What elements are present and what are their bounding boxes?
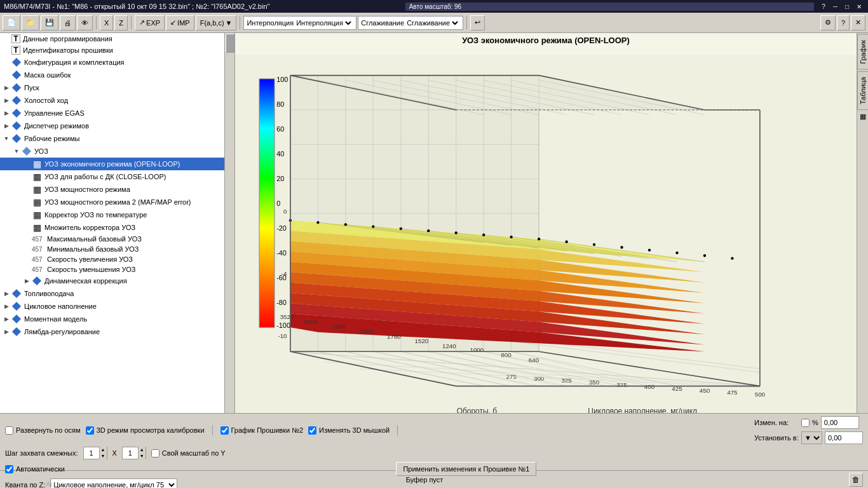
step-input-2[interactable] — [123, 449, 138, 457]
save-btn[interactable]: 💾 — [41, 15, 58, 30]
expand-egas[interactable]: ▶ — [3, 109, 10, 117]
close-btn-tb[interactable]: ✕ — [851, 15, 865, 30]
change-row: Измен. на: % — [754, 416, 863, 429]
graph-fw2-label[interactable]: График Прошивки №2 — [220, 426, 304, 435]
interpolation-dropdown[interactable]: Интерполяция Интерполяция — [243, 16, 356, 30]
expand-cyclic-fill[interactable]: ▶ — [3, 302, 10, 310]
change-3d-checkbox[interactable] — [308, 426, 316, 435]
sidebar-item-speed-dec-uoz[interactable]: 457Скорость уменьшения УОЗ — [0, 264, 234, 274]
mode-3d-label[interactable]: 3D режим просмотра калибровки — [86, 426, 205, 435]
sep3 — [240, 17, 240, 29]
expand-uoz-group[interactable]: ▼ — [13, 147, 20, 155]
expand-axes-checkbox[interactable] — [5, 426, 13, 435]
apply-btn[interactable]: Применить изменения к Прошивке №1 — [396, 462, 536, 476]
svg-point-70 — [372, 225, 374, 227]
expand-axes-label[interactable]: Развернуть по осям — [5, 426, 81, 435]
set-value-input[interactable] — [825, 431, 863, 444]
sidebar-item-config[interactable]: Конфигурация и комплектация — [0, 56, 234, 69]
sidebar-item-uoz-economy[interactable]: ▦УОЗ экономичного режима (OPEN-LOOP) — [0, 158, 234, 170]
fabc-btn[interactable]: F(a,b,c) ▼ — [196, 15, 237, 30]
t-icon-prog-data: T — [11, 34, 20, 43]
tab-table[interactable]: Таблица — [857, 71, 869, 110]
sidebar-item-uoz-power[interactable]: ▦УОЗ мощностного режима — [0, 183, 234, 196]
settings-btn[interactable]: ⚙ — [820, 15, 836, 30]
help-btn-tb[interactable]: ? — [837, 15, 850, 30]
sidebar-label-start: Пуск — [24, 84, 39, 92]
step-up-1[interactable]: ▲ — [100, 447, 107, 453]
main-area: TДанные программированияTИдентификаторы … — [0, 33, 868, 413]
sidebar-item-min-base-uoz[interactable]: 457Минимальный базовый УОЗ — [0, 244, 234, 254]
step-spin-1[interactable]: ▲ ▼ — [83, 447, 107, 459]
expand-dynamic-correction[interactable]: ▶ — [23, 277, 31, 285]
sidebar: TДанные программированияTИдентификаторы … — [0, 33, 235, 413]
maximize-btn[interactable]: □ — [843, 3, 851, 10]
step-down-2[interactable]: ▼ — [139, 453, 146, 459]
step-up-2[interactable]: ▲ — [139, 447, 146, 453]
change-percent-checkbox[interactable] — [801, 419, 810, 427]
mode-3d-checkbox[interactable] — [86, 426, 94, 435]
new-btn[interactable]: 📄 — [3, 15, 20, 30]
sidebar-item-mask-errors[interactable]: Маска ошибок — [0, 69, 234, 81]
sidebar-item-uoz-temp[interactable]: ▦Корректор УОЗ по температуре — [0, 208, 234, 221]
sidebar-item-uoz-mult[interactable]: ▦Множитель корректора УОЗ — [0, 221, 234, 234]
expand-fuel-supply[interactable]: ▶ — [3, 290, 10, 297]
sidebar-item-moment-model[interactable]: ▶Моментная модель — [0, 313, 234, 325]
help-btn[interactable]: ? — [819, 3, 828, 10]
sidebar-item-uoz-power2[interactable]: ▦УОЗ мощностного режима 2 (MAF/MAP error… — [0, 196, 234, 208]
view-btn[interactable]: 👁 — [77, 15, 93, 30]
open-btn[interactable]: 📁 — [22, 15, 39, 30]
sidebar-item-egas[interactable]: ▶Управление EGAS — [0, 107, 234, 119]
sidebar-item-fuel-supply[interactable]: ▶Топливоподача — [0, 287, 234, 300]
sidebar-label-prog-data: Данные программирования — [23, 35, 112, 43]
step-spin-2[interactable]: ▲ ▼ — [122, 447, 146, 459]
step-input-1[interactable] — [84, 449, 99, 457]
sidebar-item-speed-inc-uoz[interactable]: 457Скорость увеличения УОЗ — [0, 254, 234, 264]
expand-work-modes[interactable]: ▼ — [3, 135, 10, 142]
set-direction-select[interactable]: ▼ — [801, 431, 822, 444]
sidebar-item-idle[interactable]: ▶Холостой ход — [0, 94, 234, 107]
close-btn[interactable]: ✕ — [854, 3, 864, 10]
sidebar-item-dispatcher[interactable]: ▶Диспетчер режимов — [0, 119, 234, 132]
smoothing-select[interactable]: Сглаживание — [404, 18, 460, 27]
z-btn[interactable]: Z — [114, 15, 128, 30]
table-icon[interactable]: ▦ — [860, 112, 866, 121]
sidebar-item-cyclic-fill[interactable]: ▶Цикловое наполнение — [0, 300, 234, 313]
expand-dispatcher[interactable]: ▶ — [3, 122, 10, 130]
scrollbar-thumb[interactable] — [226, 34, 234, 53]
own-scale-label[interactable]: Свой масштаб по Y — [151, 449, 226, 458]
chart-area: УОЗ экономичного режима (OPEN-LOOP) — [235, 33, 857, 413]
back-btn[interactable]: ↩ — [470, 15, 485, 30]
sidebar-scrollbar[interactable] — [224, 33, 234, 413]
interpolation-select[interactable]: Интерполяция — [294, 18, 353, 27]
sidebar-item-dynamic-correction[interactable]: ▶Динамическая коррекция — [0, 274, 234, 287]
graph-fw2-checkbox[interactable] — [220, 426, 229, 435]
imp-btn[interactable]: ↙ IMP — [166, 15, 194, 30]
sidebar-item-firmware-id[interactable]: TИдентификаторы прошивки — [0, 44, 234, 56]
expand-lambda-reg[interactable]: ▶ — [3, 328, 10, 336]
minimize-btn[interactable]: ─ — [831, 3, 840, 10]
print-btn[interactable]: 🖨 — [60, 15, 76, 30]
auto-checkbox[interactable] — [5, 465, 13, 473]
expand-moment-model[interactable]: ▶ — [3, 315, 10, 323]
step-down-1[interactable]: ▼ — [100, 453, 107, 459]
expand-idle[interactable]: ▶ — [3, 97, 10, 104]
smoothing-dropdown[interactable]: Сглаживание Сглаживание — [358, 16, 463, 30]
sidebar-item-prog-data[interactable]: TДанные программирования — [0, 33, 234, 44]
sidebar-item-uoz-dk[interactable]: ▦УОЗ для работы с ДК (CLOSE-LOOP) — [0, 170, 234, 183]
auto-label-cb[interactable]: Автоматически — [5, 465, 65, 473]
expand-start[interactable]: ▶ — [3, 84, 10, 92]
sidebar-label-firmware-id: Идентификаторы прошивки — [23, 46, 113, 54]
change-value-input[interactable] — [821, 416, 859, 429]
sidebar-item-work-modes[interactable]: ▼Рабочие режимы — [0, 132, 234, 145]
exp-btn[interactable]: ↗ EXP — [135, 15, 165, 30]
tab-graph[interactable]: График — [857, 34, 869, 70]
sidebar-item-start[interactable]: ▶Пуск — [0, 81, 234, 94]
x-btn[interactable]: X — [100, 15, 113, 30]
change-3d-label[interactable]: Изменять 3D мышкой — [308, 426, 390, 435]
num-badge-speed-dec-uoz: 457 — [32, 266, 44, 273]
sidebar-item-max-base-uoz[interactable]: 457Максимальный базовый УОЗ — [0, 234, 234, 244]
sidebar-item-lambda-reg[interactable]: ▶Лямбда-регулирование — [0, 325, 234, 338]
sidebar-item-uoz-group[interactable]: ▼УОЗ — [0, 145, 234, 158]
own-scale-checkbox[interactable] — [151, 449, 159, 458]
trash-btn[interactable]: 🗑 — [849, 473, 863, 487]
